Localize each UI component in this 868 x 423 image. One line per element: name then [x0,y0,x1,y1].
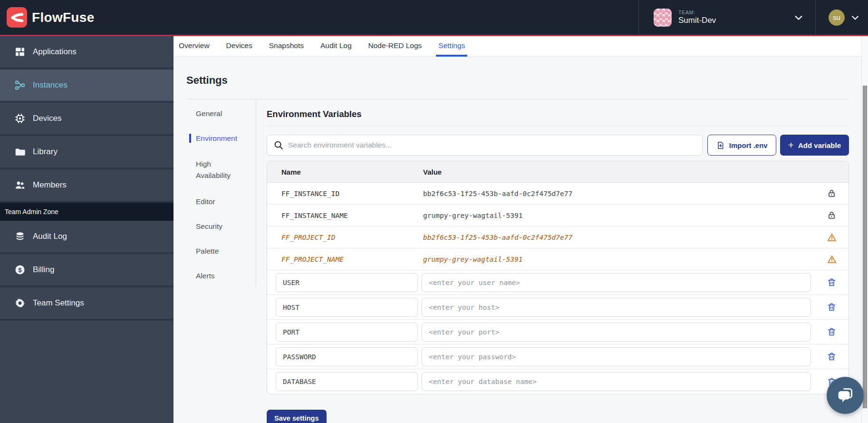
env-name-input[interactable] [276,323,418,342]
instances-icon [14,79,26,91]
search-box [267,135,703,156]
users-icon [14,179,26,191]
tab-node-red-logs[interactable]: Node-RED Logs [366,36,424,57]
env-name-input[interactable] [276,273,418,292]
chevron-down-icon [793,12,804,23]
flowfuse-logo[interactable]: FlowFuse [7,7,95,28]
warning-icon [827,232,837,243]
trash-icon[interactable] [827,352,837,362]
table-row-deprecated: FF_PROJECT_ID bb2f6c53-1f25-453b-aafd-0c… [267,226,849,248]
section-heading: Environment Variables [267,108,849,120]
chat-widget-button[interactable] [827,377,864,414]
sidebar-item-team-settings[interactable]: Team Settings [0,287,174,321]
table-row-editable [267,295,849,320]
import-env-label: Import .env [729,141,768,149]
env-value-input[interactable] [422,347,811,366]
column-header-name: Name [267,168,422,176]
chevron-down-icon [850,13,860,22]
sidebar-item-members[interactable]: Members [0,169,174,203]
add-variable-button[interactable]: + Add variable [780,135,849,156]
import-env-button[interactable]: Import .env [707,135,776,156]
tab-settings[interactable]: Settings [436,36,467,57]
environment-section: Environment Variables [256,99,849,423]
divider [267,126,849,126]
dollar-icon: $ [14,264,26,275]
tab-snapshots[interactable]: Snapshots [267,36,306,57]
sidebar-item-label: Team Settings [33,298,84,308]
team-label: TEAM: [678,10,716,16]
import-file-icon [716,141,725,150]
sidebar-item-audit-log[interactable]: Audit Log [0,221,174,254]
subnav-item-environment[interactable]: Environment [189,134,245,143]
team-selector[interactable]: TEAM: Sumit-Dev [639,0,815,35]
env-var-name: FF_INSTANCE_NAME [267,212,422,219]
instance-tabbar: Overview Devices Snapshots Audit Log Nod… [174,36,868,57]
sidebar-item-library[interactable]: Library [0,136,174,169]
table-row-editable [267,369,849,394]
save-settings-button[interactable]: Save settings [267,410,327,423]
svg-text:$: $ [18,266,22,274]
env-var-value: bb2f6c53-1f25-453b-aafd-0c2f475d7e77 [422,190,815,197]
table-row-deprecated: FF_PROJECT_NAME grumpy-grey-wagtail-5391 [267,248,849,270]
sidebar-item-instances[interactable]: Instances [0,69,174,103]
sidebar: Applications Instances [0,36,174,423]
table-row: FF_INSTANCE_ID bb2f6c53-1f25-453b-aafd-0… [267,183,849,205]
flowfuse-app: FlowFuse TEAM: Sumit-Dev su [0,0,868,423]
user-avatar: su [829,10,845,26]
flowfuse-logo-icon [7,7,27,28]
env-var-value: grumpy-grey-wagtail-5391 [422,212,815,219]
top-header: FlowFuse TEAM: Sumit-Dev su [0,0,868,35]
gear-icon [14,297,26,309]
subnav-item-palette[interactable]: Palette [189,246,245,256]
sidebar-item-label: Audit Log [33,232,67,241]
tab-devices[interactable]: Devices [224,36,255,57]
env-var-name: FF_PROJECT_NAME [267,256,422,263]
team-admin-zone-label: Team Admin Zone [0,203,174,221]
plus-icon: + [788,140,794,150]
subnav-item-alerts[interactable]: Alerts [189,271,245,280]
add-variable-label: Add variable [798,141,841,149]
env-name-input[interactable] [276,298,418,317]
trash-icon[interactable] [827,277,837,287]
settings-page: Settings General Environment High Availa… [174,57,868,423]
sidebar-item-devices[interactable]: Devices [0,103,174,136]
tab-audit-log[interactable]: Audit Log [318,36,354,57]
applications-icon [14,46,26,58]
trash-icon[interactable] [827,302,837,312]
env-value-input[interactable] [422,298,811,317]
table-row-editable [267,344,849,369]
subnav-item-security[interactable]: Security [189,222,245,231]
env-var-value: bb2f6c53-1f25-453b-aafd-0c2f475d7e77 [422,234,815,241]
subnav-item-high-availability[interactable]: High Availability [189,158,245,181]
subnav-item-editor[interactable]: Editor [189,197,245,206]
env-var-name: FF_INSTANCE_ID [267,190,422,197]
trash-icon[interactable] [827,327,837,337]
sidebar-item-label: Applications [33,47,77,57]
lock-icon [827,188,837,198]
folder-icon [14,146,26,157]
env-name-input[interactable] [276,372,418,391]
env-toolbar: Import .env + Add variable [267,135,849,156]
page-title: Settings [186,73,849,88]
sidebar-item-label: Billing [33,265,54,275]
sidebar-item-applications[interactable]: Applications [0,36,174,69]
table-header: Name Value [267,161,849,183]
env-variables-table: Name Value FF_INSTANCE_ID bb2f6c53-1f25-… [267,161,849,394]
env-var-value: grumpy-grey-wagtail-5391 [422,256,815,263]
brand-name: FlowFuse [32,10,95,25]
env-value-input[interactable] [422,372,811,391]
lock-icon [827,210,837,220]
env-name-input[interactable] [276,347,418,366]
user-menu[interactable]: su [816,0,868,35]
table-row-editable [267,320,849,344]
env-value-input[interactable] [422,323,811,342]
page-scrollbar [861,36,868,423]
scrollbar-thumb[interactable] [863,86,867,408]
tab-overview[interactable]: Overview [176,36,212,57]
search-input[interactable] [267,135,703,156]
env-value-input[interactable] [422,273,811,292]
subnav-item-general[interactable]: General [189,109,245,118]
sidebar-item-billing[interactable]: $ Billing [0,254,174,287]
sidebar-item-label: Library [33,147,58,157]
sidebar-item-label: Instances [33,80,68,90]
